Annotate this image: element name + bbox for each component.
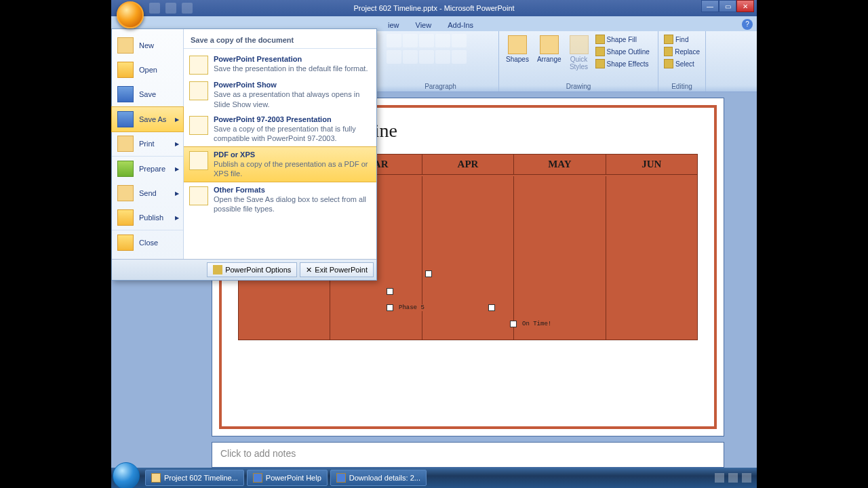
drawing-group-label: Drawing bbox=[503, 83, 654, 90]
exit-powerpoint-button[interactable]: ✕Exit PowerPoint bbox=[300, 262, 374, 277]
system-tray bbox=[715, 473, 757, 483]
taskbar-app-powerpoint[interactable]: Project 602 Timeline... bbox=[145, 470, 244, 486]
quick-styles-button[interactable]: Quick Styles bbox=[567, 34, 591, 75]
phase-5-start-handle[interactable] bbox=[387, 304, 393, 311]
tab-addins[interactable]: Add-Ins bbox=[439, 19, 481, 31]
chevron-right-icon: ▶ bbox=[175, 117, 179, 123]
office-menu-right: Save a copy of the document PowerPoint P… bbox=[184, 29, 376, 259]
office-button[interactable] bbox=[117, 1, 144, 28]
quick-access-toolbar bbox=[149, 3, 193, 14]
taskbar-app-ie[interactable]: Download details: 2... bbox=[330, 470, 427, 486]
office-menu-footer: PowerPoint Options ✕Exit PowerPoint bbox=[112, 259, 376, 280]
decrease-indent-icon[interactable] bbox=[419, 34, 434, 47]
office-menu: New Open Save Save As▶ Print▶ Prepare▶ S… bbox=[111, 28, 377, 281]
align-right-icon[interactable] bbox=[419, 50, 434, 64]
menu-new[interactable]: New bbox=[112, 33, 183, 58]
taskbar-app-help[interactable]: PowerPoint Help bbox=[247, 470, 328, 486]
select-button[interactable]: Select bbox=[663, 58, 701, 69]
paragraph-group-label: Paragraph bbox=[387, 83, 494, 90]
align-center-icon[interactable] bbox=[403, 50, 418, 64]
phase-5-end-handle[interactable] bbox=[488, 304, 495, 311]
powerpoint-icon bbox=[151, 473, 161, 483]
shape-fill-icon bbox=[595, 35, 605, 44]
editing-group-label: Editing bbox=[663, 83, 701, 90]
menu-send[interactable]: Send▶ bbox=[112, 181, 183, 205]
month-apr: APR bbox=[422, 155, 514, 174]
save-as-icon bbox=[117, 111, 134, 127]
help-app-icon bbox=[253, 473, 262, 483]
titlebar: Project 602 Timeline.pptx - Microsoft Po… bbox=[111, 0, 757, 16]
start-button[interactable] bbox=[113, 462, 140, 488]
bullets-icon[interactable] bbox=[387, 34, 401, 47]
menu-print[interactable]: Print▶ bbox=[112, 131, 183, 157]
menu-publish[interactable]: Publish▶ bbox=[112, 205, 183, 230]
replace-icon bbox=[664, 47, 673, 56]
chevron-right-icon: ▶ bbox=[175, 215, 179, 221]
tab-review[interactable]: iew bbox=[380, 19, 408, 31]
tray-icon-2[interactable] bbox=[728, 473, 738, 483]
replace-button[interactable]: Replace bbox=[663, 46, 701, 57]
align-left-icon[interactable] bbox=[387, 50, 401, 64]
ribbon-group-paragraph: Paragraph bbox=[382, 31, 499, 92]
menu-close[interactable]: Close bbox=[112, 230, 183, 255]
shape-fill-button[interactable]: Shape Fill bbox=[594, 34, 651, 45]
shapes-button[interactable]: Shapes bbox=[503, 34, 532, 75]
save-as-other-formats[interactable]: Other FormatsOpen the Save As dialog box… bbox=[184, 182, 376, 217]
menu-save-as[interactable]: Save As▶ bbox=[111, 106, 184, 132]
pdf-xps-icon bbox=[189, 151, 208, 170]
shape-effects-button[interactable]: Shape Effects bbox=[594, 58, 651, 69]
office-menu-left: New Open Save Save As▶ Print▶ Prepare▶ S… bbox=[112, 29, 184, 259]
phase-4-end-handle[interactable] bbox=[425, 270, 432, 277]
open-icon bbox=[117, 62, 134, 78]
menu-prepare[interactable]: Prepare▶ bbox=[112, 157, 183, 181]
shape-outline-icon bbox=[595, 47, 605, 56]
restore-button[interactable]: ▭ bbox=[719, 0, 736, 12]
window-controls: — ▭ ✕ bbox=[701, 0, 754, 12]
find-button[interactable]: Find bbox=[663, 34, 701, 45]
menu-open[interactable]: Open bbox=[112, 58, 183, 82]
options-icon bbox=[213, 265, 222, 274]
qat-undo-icon[interactable] bbox=[165, 3, 176, 14]
shape-outline-button[interactable]: Shape Outline bbox=[594, 46, 651, 57]
on-time-row[interactable]: On Time! bbox=[510, 316, 564, 332]
notes-pane[interactable]: Click to add notes bbox=[212, 442, 724, 468]
arrange-button[interactable]: Arrange bbox=[534, 34, 564, 75]
volume-icon[interactable] bbox=[742, 473, 751, 483]
taskbar: Project 602 Timeline... PowerPoint Help … bbox=[111, 468, 757, 488]
ie-icon bbox=[336, 473, 346, 483]
line-spacing-icon[interactable] bbox=[452, 34, 467, 47]
ppsx-icon bbox=[189, 81, 208, 100]
send-icon bbox=[117, 185, 134, 201]
phase-4b-handle[interactable] bbox=[387, 288, 393, 295]
shape-effects-icon bbox=[595, 59, 605, 68]
phase-5-row[interactable]: Phase 5 bbox=[387, 300, 495, 316]
find-icon bbox=[664, 35, 673, 44]
help-icon[interactable]: ? bbox=[742, 19, 753, 30]
ppt-97-icon bbox=[189, 116, 208, 135]
phase-4b-row[interactable] bbox=[387, 283, 393, 300]
tray-icon-1[interactable] bbox=[715, 473, 724, 483]
shapes-icon bbox=[508, 35, 527, 54]
ribbon-group-editing: Find Replace Select Editing bbox=[658, 31, 706, 92]
chevron-right-icon: ▶ bbox=[175, 190, 179, 197]
chevron-right-icon: ▶ bbox=[175, 141, 179, 147]
tab-view[interactable]: View bbox=[408, 19, 440, 31]
qat-save-icon[interactable] bbox=[149, 3, 160, 14]
save-as-97-2003[interactable]: PowerPoint 97-2003 PresentationSave a co… bbox=[184, 112, 376, 146]
select-icon bbox=[664, 59, 673, 68]
minimize-button[interactable]: — bbox=[701, 0, 719, 12]
increase-indent-icon[interactable] bbox=[435, 34, 450, 47]
save-as-pdf-xps[interactable]: PDF or XPSPublish a copy of the presenta… bbox=[184, 146, 376, 182]
publish-icon bbox=[117, 209, 134, 226]
quick-styles-icon bbox=[570, 35, 589, 54]
powerpoint-options-button[interactable]: PowerPoint Options bbox=[207, 262, 297, 277]
save-as-pptx[interactable]: PowerPoint PresentationSave the presenta… bbox=[184, 52, 376, 77]
justify-icon[interactable] bbox=[435, 50, 450, 64]
save-as-show[interactable]: PowerPoint ShowSave as a presentation th… bbox=[184, 77, 376, 112]
on-time-handle[interactable] bbox=[510, 321, 517, 327]
close-button[interactable]: ✕ bbox=[736, 0, 754, 12]
columns-icon[interactable] bbox=[452, 50, 467, 64]
qat-redo-icon[interactable] bbox=[182, 3, 193, 14]
menu-save[interactable]: Save bbox=[112, 82, 183, 107]
numbering-icon[interactable] bbox=[403, 34, 418, 47]
